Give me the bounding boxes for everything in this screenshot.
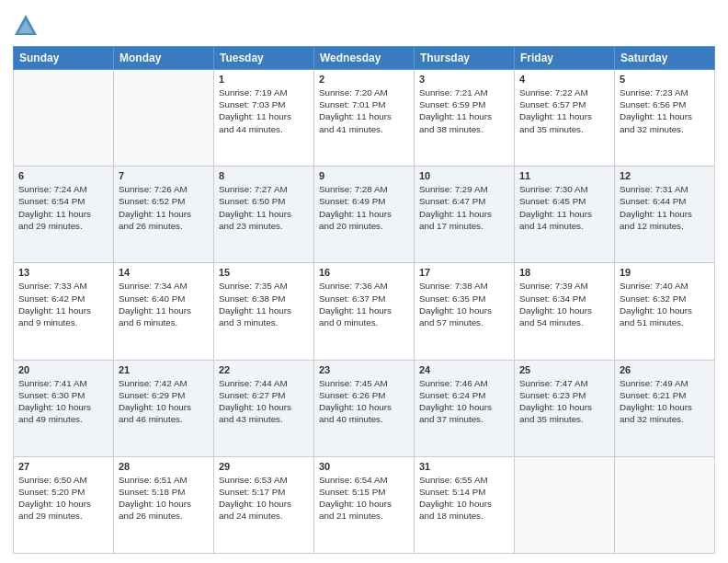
day-number: 15 xyxy=(219,267,309,278)
day-number: 1 xyxy=(219,74,309,85)
cell-content: Sunrise: 7:38 AM Sunset: 6:35 PM Dayligh… xyxy=(419,280,509,328)
cell-content: Sunrise: 7:34 AM Sunset: 6:40 PM Dayligh… xyxy=(119,280,209,328)
calendar-cell: 29Sunrise: 6:53 AM Sunset: 5:17 PM Dayli… xyxy=(214,456,314,553)
calendar-cell: 20Sunrise: 7:41 AM Sunset: 6:30 PM Dayli… xyxy=(14,360,114,456)
calendar-cell: 6Sunrise: 7:24 AM Sunset: 6:54 PM Daylig… xyxy=(14,167,114,263)
calendar-cell: 8Sunrise: 7:27 AM Sunset: 6:50 PM Daylig… xyxy=(214,167,314,263)
cell-content: Sunrise: 6:54 AM Sunset: 5:15 PM Dayligh… xyxy=(319,474,409,523)
day-number: 5 xyxy=(620,74,710,85)
day-number: 9 xyxy=(319,170,409,181)
cell-content: Sunrise: 7:45 AM Sunset: 6:26 PM Dayligh… xyxy=(319,377,409,426)
calendar-table: SundayMondayTuesdayWednesdayThursdayFrid… xyxy=(13,46,715,554)
calendar-cell: 3Sunrise: 7:21 AM Sunset: 6:59 PM Daylig… xyxy=(415,70,515,167)
calendar-cell: 4Sunrise: 7:22 AM Sunset: 6:57 PM Daylig… xyxy=(515,70,615,167)
cell-content: Sunrise: 7:42 AM Sunset: 6:29 PM Dayligh… xyxy=(119,377,209,426)
calendar-cell: 14Sunrise: 7:34 AM Sunset: 6:40 PM Dayli… xyxy=(114,263,214,360)
cell-content: Sunrise: 6:53 AM Sunset: 5:17 PM Dayligh… xyxy=(219,474,309,523)
cell-content: Sunrise: 7:41 AM Sunset: 6:30 PM Dayligh… xyxy=(18,377,108,426)
cell-content: Sunrise: 7:24 AM Sunset: 6:54 PM Dayligh… xyxy=(18,183,108,232)
col-header-sunday: Sunday xyxy=(14,47,114,70)
day-number: 28 xyxy=(119,461,209,472)
calendar-cell: 30Sunrise: 6:54 AM Sunset: 5:15 PM Dayli… xyxy=(314,456,415,553)
cell-content: Sunrise: 7:29 AM Sunset: 6:47 PM Dayligh… xyxy=(419,183,509,232)
cell-content: Sunrise: 7:23 AM Sunset: 6:56 PM Dayligh… xyxy=(620,86,710,135)
cell-content: Sunrise: 7:40 AM Sunset: 6:32 PM Dayligh… xyxy=(620,280,710,328)
day-number: 20 xyxy=(18,364,108,375)
day-number: 11 xyxy=(519,170,609,181)
cell-content: Sunrise: 7:30 AM Sunset: 6:45 PM Dayligh… xyxy=(519,183,609,232)
cell-content: Sunrise: 7:49 AM Sunset: 6:21 PM Dayligh… xyxy=(620,377,710,426)
day-number: 18 xyxy=(519,267,609,278)
calendar-cell: 5Sunrise: 7:23 AM Sunset: 6:56 PM Daylig… xyxy=(615,70,715,167)
day-number: 22 xyxy=(219,364,309,375)
calendar-week-1: 1Sunrise: 7:19 AM Sunset: 7:03 PM Daylig… xyxy=(14,70,715,167)
cell-content: Sunrise: 7:19 AM Sunset: 7:03 PM Dayligh… xyxy=(219,86,309,135)
calendar-cell: 13Sunrise: 7:33 AM Sunset: 6:42 PM Dayli… xyxy=(14,263,114,360)
calendar-cell: 23Sunrise: 7:45 AM Sunset: 6:26 PM Dayli… xyxy=(314,360,415,456)
day-number: 16 xyxy=(319,267,409,278)
col-header-friday: Friday xyxy=(515,47,615,70)
cell-content: Sunrise: 7:47 AM Sunset: 6:23 PM Dayligh… xyxy=(519,377,609,426)
col-header-wednesday: Wednesday xyxy=(314,47,415,70)
calendar-week-5: 27Sunrise: 6:50 AM Sunset: 5:20 PM Dayli… xyxy=(14,456,715,553)
cell-content: Sunrise: 7:39 AM Sunset: 6:34 PM Dayligh… xyxy=(519,280,609,328)
calendar-cell: 21Sunrise: 7:42 AM Sunset: 6:29 PM Dayli… xyxy=(114,360,214,456)
header xyxy=(13,9,715,39)
calendar-cell: 15Sunrise: 7:35 AM Sunset: 6:38 PM Dayli… xyxy=(214,263,314,360)
calendar-cell xyxy=(515,456,615,553)
day-number: 6 xyxy=(18,170,108,181)
cell-content: Sunrise: 7:36 AM Sunset: 6:37 PM Dayligh… xyxy=(319,280,409,328)
calendar-cell: 10Sunrise: 7:29 AM Sunset: 6:47 PM Dayli… xyxy=(415,167,515,263)
calendar-week-2: 6Sunrise: 7:24 AM Sunset: 6:54 PM Daylig… xyxy=(14,167,715,263)
calendar-cell xyxy=(615,456,715,553)
calendar-week-4: 20Sunrise: 7:41 AM Sunset: 6:30 PM Dayli… xyxy=(14,360,715,456)
day-number: 26 xyxy=(620,364,710,375)
day-number: 14 xyxy=(119,267,209,278)
cell-content: Sunrise: 6:55 AM Sunset: 5:14 PM Dayligh… xyxy=(419,474,509,523)
day-number: 29 xyxy=(219,461,309,472)
cell-content: Sunrise: 7:22 AM Sunset: 6:57 PM Dayligh… xyxy=(519,86,609,135)
cell-content: Sunrise: 7:26 AM Sunset: 6:52 PM Dayligh… xyxy=(119,183,209,232)
cell-content: Sunrise: 7:27 AM Sunset: 6:50 PM Dayligh… xyxy=(219,183,309,232)
day-number: 23 xyxy=(319,364,409,375)
calendar-cell: 12Sunrise: 7:31 AM Sunset: 6:44 PM Dayli… xyxy=(615,167,715,263)
calendar-cell: 27Sunrise: 6:50 AM Sunset: 5:20 PM Dayli… xyxy=(14,456,114,553)
calendar-cell: 18Sunrise: 7:39 AM Sunset: 6:34 PM Dayli… xyxy=(515,263,615,360)
page: SundayMondayTuesdayWednesdayThursdayFrid… xyxy=(0,0,728,563)
calendar-header-row: SundayMondayTuesdayWednesdayThursdayFrid… xyxy=(14,47,715,70)
cell-content: Sunrise: 6:50 AM Sunset: 5:20 PM Dayligh… xyxy=(18,474,108,523)
day-number: 30 xyxy=(319,461,409,472)
day-number: 21 xyxy=(119,364,209,375)
col-header-tuesday: Tuesday xyxy=(214,47,314,70)
day-number: 17 xyxy=(419,267,509,278)
day-number: 2 xyxy=(319,74,409,85)
cell-content: Sunrise: 7:33 AM Sunset: 6:42 PM Dayligh… xyxy=(18,280,108,328)
day-number: 10 xyxy=(419,170,509,181)
col-header-thursday: Thursday xyxy=(415,47,515,70)
calendar-cell: 24Sunrise: 7:46 AM Sunset: 6:24 PM Dayli… xyxy=(415,360,515,456)
cell-content: Sunrise: 7:44 AM Sunset: 6:27 PM Dayligh… xyxy=(219,377,309,426)
day-number: 27 xyxy=(18,461,108,472)
day-number: 7 xyxy=(119,170,209,181)
cell-content: Sunrise: 7:46 AM Sunset: 6:24 PM Dayligh… xyxy=(419,377,509,426)
col-header-monday: Monday xyxy=(114,47,214,70)
calendar-cell: 31Sunrise: 6:55 AM Sunset: 5:14 PM Dayli… xyxy=(415,456,515,553)
calendar-cell xyxy=(114,70,214,167)
logo xyxy=(13,13,42,39)
day-number: 4 xyxy=(519,74,609,85)
calendar-cell: 22Sunrise: 7:44 AM Sunset: 6:27 PM Dayli… xyxy=(214,360,314,456)
cell-content: Sunrise: 7:28 AM Sunset: 6:49 PM Dayligh… xyxy=(319,183,409,232)
day-number: 25 xyxy=(519,364,609,375)
calendar-cell: 9Sunrise: 7:28 AM Sunset: 6:49 PM Daylig… xyxy=(314,167,415,263)
day-number: 24 xyxy=(419,364,509,375)
calendar-cell: 17Sunrise: 7:38 AM Sunset: 6:35 PM Dayli… xyxy=(415,263,515,360)
calendar-cell xyxy=(14,70,114,167)
logo-icon xyxy=(13,13,39,39)
calendar-cell: 19Sunrise: 7:40 AM Sunset: 6:32 PM Dayli… xyxy=(615,263,715,360)
day-number: 13 xyxy=(18,267,108,278)
calendar-cell: 25Sunrise: 7:47 AM Sunset: 6:23 PM Dayli… xyxy=(515,360,615,456)
cell-content: Sunrise: 7:21 AM Sunset: 6:59 PM Dayligh… xyxy=(419,86,509,135)
calendar-cell: 28Sunrise: 6:51 AM Sunset: 5:18 PM Dayli… xyxy=(114,456,214,553)
cell-content: Sunrise: 7:31 AM Sunset: 6:44 PM Dayligh… xyxy=(620,183,710,232)
calendar-cell: 11Sunrise: 7:30 AM Sunset: 6:45 PM Dayli… xyxy=(515,167,615,263)
